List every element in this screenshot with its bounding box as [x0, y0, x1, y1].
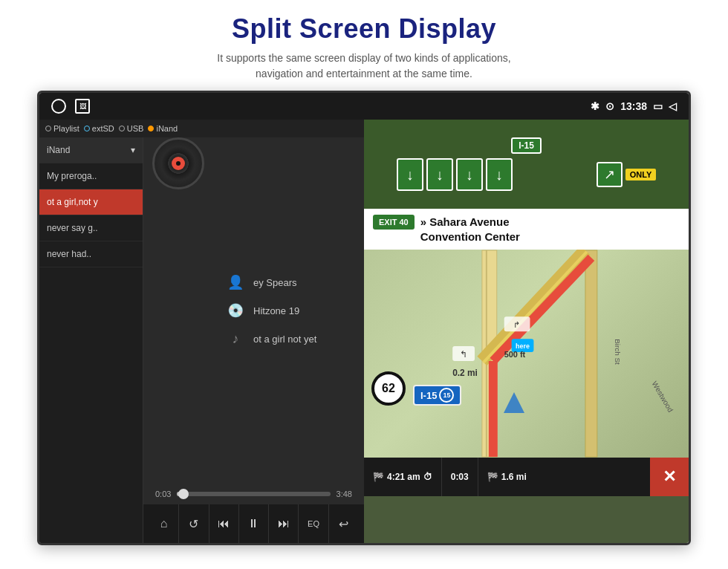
status-right: ✱ ⊙ 13:38 ▭ ◁: [591, 100, 677, 112]
shield-circle: 15: [439, 388, 454, 403]
back-button[interactable]: ↩: [329, 504, 358, 543]
music-player-panel: Playlist extSD USB iNand: [39, 120, 364, 543]
svg-text:500 ft: 500 ft: [504, 350, 526, 359]
playlist-item-3[interactable]: never had..: [39, 241, 143, 267]
usb-label: USB: [127, 124, 144, 133]
status-bar: 🖼 ✱ ⊙ 13:38 ▭ ◁: [39, 93, 689, 120]
play-pause-button[interactable]: ⏸: [239, 504, 269, 543]
source-selector-label: iNand: [47, 145, 70, 155]
arrow-down-3: ↓: [456, 158, 483, 191]
only-badge: ONLY: [625, 169, 657, 181]
distance-value: 1.6 mi: [501, 472, 527, 482]
svg-text:↰: ↰: [460, 349, 467, 360]
track-album: Hitzone 19: [253, 305, 299, 316]
svg-line-4: [484, 252, 587, 362]
vinyl-center: [172, 157, 185, 170]
artist-row: 👤 ey Spears: [225, 272, 352, 293]
highway-sign-area: I-15 ↓ ↓ ↓ ↓ ↗ ONLY: [364, 120, 689, 209]
split-container: Playlist extSD USB iNand: [39, 120, 689, 543]
usb-tab[interactable]: USB: [119, 124, 144, 133]
image-icon: 🖼: [75, 99, 90, 114]
speed-limit-sign: 62: [371, 371, 406, 406]
status-left: 🖼: [51, 99, 90, 114]
page-title: Split Screen Display: [15, 13, 713, 45]
progress-thumb: [178, 489, 189, 499]
progress-bar[interactable]: [177, 492, 330, 496]
distance-display: 🏁 1.6 mi: [478, 458, 650, 496]
close-nav-button[interactable]: ✕: [650, 458, 689, 496]
inand-dot: [148, 126, 154, 131]
track-title: ot a girl not yet: [253, 334, 316, 345]
page-subtitle: It supports the same screen display of t…: [15, 51, 713, 82]
source-selector[interactable]: iNand ▾: [39, 137, 143, 163]
repeat-button[interactable]: ↺: [179, 504, 209, 543]
arrow-down-4: ↓: [486, 158, 513, 191]
playlist-tab[interactable]: Playlist: [45, 124, 79, 133]
nav-direction-text: » Sahara AvenueConvention Center: [420, 215, 520, 244]
nav-info-box: EXIT 40 » Sahara AvenueConvention Center: [364, 209, 689, 250]
inand-label: iNand: [156, 124, 178, 133]
duration-display: 0:03: [442, 458, 478, 496]
left-content: iNand ▾ My preroga.. ot a girl,not y nev…: [39, 137, 364, 543]
extsd-tab[interactable]: extSD: [84, 124, 114, 133]
window-icon: ▭: [653, 100, 663, 112]
svg-text:here: here: [516, 342, 530, 350]
svg-line-6: [493, 258, 591, 361]
progress-section: 0:03 3:48: [143, 484, 364, 504]
map-svg: ↰ ↱ here 500 ft 0.2 mi Birch St Westwood: [364, 250, 689, 458]
back-icon: ◁: [669, 100, 677, 112]
controls-bar: ⌂ ↺ ⏮ ⏸ ⏭ EQ ↩: [143, 504, 364, 543]
playlist-item-0[interactable]: My preroga..: [39, 163, 143, 189]
vinyl-inner: [176, 161, 181, 166]
bluetooth-icon: ✱: [591, 100, 599, 112]
up-right-arrow: ↗: [597, 162, 623, 187]
svg-text:Birch St: Birch St: [614, 339, 622, 365]
flag-start-icon: 🏁: [373, 472, 384, 482]
arrow-down-1: ↓: [397, 158, 423, 191]
inand-tab[interactable]: iNand: [148, 124, 178, 133]
playlist-item-2[interactable]: never say g..: [39, 215, 143, 241]
location-icon: ⊙: [605, 100, 614, 112]
music-icon: ♪: [225, 328, 246, 349]
navigation-panel: I-15 ↓ ↓ ↓ ↓ ↗ ONLY: [364, 120, 689, 543]
eq-button[interactable]: EQ: [299, 504, 328, 543]
playlist-item-1[interactable]: ot a girl,not y: [39, 189, 143, 215]
dropdown-icon: ▾: [131, 145, 135, 155]
player-main: 👤 ey Spears 💿 Hitzone 19 ♪ ot a girl not…: [143, 137, 364, 543]
track-artist: ey Spears: [253, 277, 297, 288]
page-header: Split Screen Display It supports the sam…: [0, 0, 728, 91]
disc-icon: 💿: [225, 300, 246, 321]
track-info-panel: 👤 ey Spears 💿 Hitzone 19 ♪ ot a girl not…: [213, 137, 364, 484]
svg-text:Westwood: Westwood: [651, 380, 675, 413]
prev-button[interactable]: ⏮: [209, 504, 239, 543]
highway-shield-badge: I-15 15: [413, 385, 461, 406]
time-elapsed: 0:03: [155, 490, 171, 498]
svg-text:↱: ↱: [513, 320, 520, 329]
extsd-label: extSD: [92, 124, 114, 133]
duration-value: 0:03: [451, 472, 469, 482]
exit-box: EXIT 40: [373, 215, 415, 230]
home-button[interactable]: ⌂: [149, 504, 179, 543]
next-button[interactable]: ⏭: [269, 504, 299, 543]
highway-shield-label: I-15: [420, 390, 437, 401]
device-frame: 🖼 ✱ ⊙ 13:38 ▭ ◁ Playlist extSD: [37, 91, 691, 545]
album-row: 💿 Hitzone 19: [225, 300, 352, 321]
source-tabs: Playlist extSD USB iNand: [39, 120, 364, 137]
svg-text:0.2 mi: 0.2 mi: [452, 368, 478, 378]
svg-rect-2: [585, 250, 597, 457]
nav-map: I-15 ↓ ↓ ↓ ↓ ↗ ONLY: [364, 120, 689, 543]
eta-time: 4:21 am: [387, 472, 420, 482]
status-time: 13:38: [620, 100, 647, 112]
time-total: 3:48: [337, 490, 352, 498]
map-area: ↰ ↱ here 500 ft 0.2 mi Birch St Westwood: [364, 250, 689, 458]
person-icon: 👤: [225, 272, 246, 293]
extsd-dot: [84, 126, 90, 131]
flag-end-icon: 🏁: [487, 472, 498, 482]
arrow-down-2: ↓: [426, 158, 453, 191]
player-content: 👤 ey Spears 💿 Hitzone 19 ♪ ot a girl not…: [143, 137, 364, 484]
clock-icon: ⏱: [423, 472, 432, 482]
title-row: ♪ ot a girl not yet: [225, 328, 352, 349]
nav-bottom-bar: 🏁 4:21 am ⏱ 0:03 🏁 1.6 mi ✕: [364, 458, 689, 496]
usb-dot: [119, 126, 125, 131]
highway-label: I-15: [511, 137, 542, 154]
